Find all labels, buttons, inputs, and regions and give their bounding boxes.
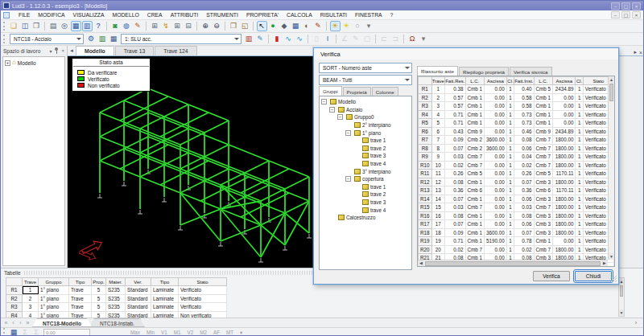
lightning-icon[interactable]: ↯ bbox=[161, 21, 171, 31]
tree-item-trave-4[interactable]: trave 4 bbox=[320, 206, 411, 214]
bulb-yellow-icon[interactable]: ☀ bbox=[341, 21, 352, 31]
tree-item-trave-4[interactable]: trave 4 bbox=[320, 160, 411, 168]
table-row[interactable]: R440.71Cmb 10.0010.73Cmb 10.001Verificat… bbox=[419, 110, 614, 119]
toolbar-grip2[interactable] bbox=[3, 35, 6, 43]
sphere-icon[interactable]: ● bbox=[268, 21, 279, 31]
next-sheet-button[interactable]: › bbox=[17, 320, 24, 326]
scroll-down-icon[interactable]: ▼ bbox=[609, 253, 614, 260]
status-m2-button[interactable]: M2 bbox=[196, 330, 210, 335]
menu-visualizza[interactable]: VISUALIZZA bbox=[69, 10, 109, 19]
tab-verifica-sismica[interactable]: Verifica sismica bbox=[510, 67, 552, 76]
column-header[interactable]: Tipo bbox=[151, 278, 179, 286]
row-header[interactable]: R2 bbox=[419, 93, 432, 102]
row-header[interactable]: R3 bbox=[419, 102, 432, 111]
column-header[interactable]: Cl. bbox=[576, 77, 583, 85]
sheet-tab-ntc18-modello[interactable]: NTC18-Modello bbox=[32, 318, 92, 327]
measure-angle-icon[interactable]: ∠ bbox=[340, 34, 350, 44]
collapse-panel-button[interactable]: ◂ bbox=[68, 46, 76, 55]
menu-finestra[interactable]: FINESTRA bbox=[351, 10, 386, 19]
table-row[interactable]: R660.43Cmb 90.0010.46Cmb 92434.891Verifi… bbox=[419, 127, 614, 136]
row-header[interactable]: R19 bbox=[419, 237, 432, 246]
chevron-down-icon[interactable]: ▾ bbox=[49, 48, 52, 54]
overflow2-icon[interactable]: ▾ bbox=[419, 34, 429, 44]
column-header[interactable]: Prop. bbox=[92, 278, 106, 286]
column-header[interactable]: Mater. bbox=[106, 278, 126, 286]
row-header[interactable]: R5 bbox=[419, 119, 432, 128]
status-m1-button[interactable]: M1 bbox=[171, 330, 184, 335]
panel-vscrollbar[interactable]: ▲ ▼ bbox=[618, 277, 625, 317]
tree-item-trave-3[interactable]: trave 3 bbox=[320, 199, 411, 207]
sketch-pencil-icon[interactable]: ✎ bbox=[351, 34, 361, 44]
menu-calcola[interactable]: CALCOLA bbox=[283, 10, 316, 19]
results-chart-icon[interactable]: ▥ bbox=[244, 34, 254, 44]
prev-sheet-button[interactable]: ‹ bbox=[10, 320, 17, 326]
table-row[interactable]: R110.38Cmb 10.0010.40Cmb 52434.891Verifi… bbox=[419, 85, 614, 94]
row-header[interactable]: R10 bbox=[419, 161, 432, 170]
menu-proprieta[interactable]: PROPRIETA' bbox=[242, 10, 283, 19]
scroll-left-icon[interactable]: ◀ bbox=[418, 260, 424, 266]
table-row[interactable]: R16160.08Cmb 10.0010.08Cmb 31800.001Veri… bbox=[419, 211, 614, 220]
column-header[interactable]: Trave bbox=[431, 77, 445, 85]
row-header[interactable]: R12 bbox=[419, 178, 432, 186]
column-header[interactable] bbox=[419, 77, 432, 85]
toolbar-grip[interactable] bbox=[3, 22, 6, 31]
load-case-icon[interactable]: ▮ bbox=[272, 34, 283, 44]
table-row[interactable]: R20200.02Cmb 70.0010.02Cmb 71800.001Veri… bbox=[419, 245, 614, 254]
status-mt-button[interactable]: MT bbox=[223, 330, 237, 335]
scroll-down-icon[interactable]: ▼ bbox=[619, 309, 624, 316]
tab-propriet[interactable]: Proprietà bbox=[343, 87, 371, 96]
view-tab-trave-13[interactable]: Trave 13 bbox=[115, 46, 155, 55]
row-header[interactable]: R1 bbox=[6, 286, 23, 295]
scroll-thumb[interactable] bbox=[620, 285, 623, 297]
mdi-minimize-button[interactable]: – bbox=[611, 11, 620, 18]
row-header[interactable]: R18 bbox=[419, 228, 432, 237]
table-row[interactable]: R330.57Cmb 10.0010.58Cmb 10.001Verificat… bbox=[419, 102, 614, 111]
diagram-wave-icon[interactable]: ∿ bbox=[283, 34, 294, 44]
scroll-thumb[interactable] bbox=[609, 84, 613, 101]
tree-item-trave-1[interactable]: trave 1 bbox=[320, 137, 411, 145]
tree-item-3-interpiano[interactable]: 3° interpiano bbox=[320, 167, 411, 175]
tree-item-trave-2[interactable]: trave 2 bbox=[320, 191, 411, 199]
grid-plus-icon[interactable]: ⊞ bbox=[172, 21, 183, 31]
status-af-button[interactable]: AF bbox=[210, 330, 223, 335]
view-grid-icon[interactable]: ▦ bbox=[71, 21, 81, 31]
row-header[interactable]: R1 bbox=[419, 85, 432, 94]
table-row[interactable]: R17170.07Cmb 10.0010.06Cmb 31800.001Veri… bbox=[419, 220, 614, 229]
view-sheet-icon[interactable]: ▥ bbox=[82, 21, 93, 31]
column-header[interactable]: Fatt.Inst. bbox=[514, 77, 534, 85]
pointer-icon[interactable]: ↖ bbox=[257, 21, 267, 31]
results-vscrollbar[interactable]: ▲ ▼ bbox=[608, 76, 614, 260]
verify-button[interactable]: Verifica bbox=[533, 271, 570, 281]
row-header[interactable]: R6 bbox=[419, 127, 432, 136]
tolerance-input[interactable]: 0.00 bbox=[43, 329, 90, 336]
tree-item-1-piano[interactable]: −1° piano bbox=[320, 129, 411, 137]
bulb-on-icon[interactable]: ☀ bbox=[330, 21, 341, 31]
solid-model-icon[interactable]: ◙ bbox=[110, 21, 121, 31]
model-viewport[interactable]: Stato asta Da verificareVerificatoNon ve… bbox=[68, 56, 317, 268]
zoom-in-icon[interactable]: ⊕ bbox=[200, 21, 211, 31]
scroll-right-icon[interactable]: ▶ bbox=[601, 260, 608, 266]
first-sheet-button[interactable]: « bbox=[2, 320, 10, 326]
status-overflow-icon[interactable]: ▾ bbox=[237, 330, 246, 335]
column-header[interactable]: Ver. bbox=[126, 278, 151, 286]
table-row[interactable]: R15150.03Cmb 70.0010.03Cmb 71800.001Veri… bbox=[419, 203, 614, 212]
table-row[interactable]: R331° pianoTrave5S235StandardLaminateVer… bbox=[6, 303, 227, 312]
scroll-tabs-button[interactable]: ▸ bbox=[634, 49, 637, 55]
table-row[interactable]: R111° pianoTrave5S235StandardLaminateVer… bbox=[6, 286, 227, 295]
row-header[interactable]: R16 bbox=[419, 211, 432, 220]
paste-format-icon[interactable]: ⊐ bbox=[390, 34, 401, 44]
row-header[interactable]: R17 bbox=[419, 220, 432, 229]
draw-pencil-icon[interactable]: ✎ bbox=[133, 21, 143, 31]
export-table-icon[interactable]: ▦ bbox=[9, 327, 19, 336]
tree-item-copertura[interactable]: −copertura bbox=[320, 175, 411, 183]
view-tab-trave-124[interactable]: Trave 124 bbox=[155, 46, 196, 55]
last-sheet-button[interactable]: » bbox=[24, 320, 31, 326]
tree-item-modello[interactable]: −Modello bbox=[320, 98, 411, 106]
tree-item-trave-2[interactable]: trave 2 bbox=[320, 145, 411, 153]
tree-item-trave-3[interactable]: trave 3 bbox=[320, 152, 411, 160]
menu-strumenti[interactable]: STRUMENTI bbox=[202, 10, 242, 19]
tree-expand-icon[interactable]: + bbox=[5, 60, 10, 66]
verify-settings-icon[interactable]: ⚙ bbox=[86, 34, 97, 44]
table-row[interactable]: R220.57Cmb 10.0010.58Cmb 10.001Verificat… bbox=[419, 93, 614, 102]
column-header[interactable]: Trave bbox=[23, 278, 39, 286]
